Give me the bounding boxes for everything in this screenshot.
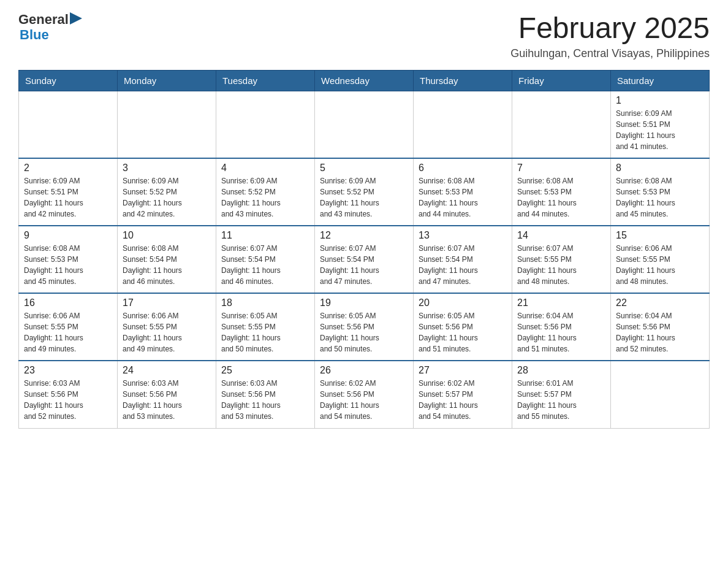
- day-info: Sunrise: 6:03 AMSunset: 5:56 PMDaylight:…: [123, 378, 211, 422]
- day-number: 20: [419, 297, 507, 308]
- table-row: 21Sunrise: 6:04 AMSunset: 5:56 PMDayligh…: [512, 293, 611, 361]
- day-number: 26: [320, 365, 408, 376]
- table-row: 10Sunrise: 6:08 AMSunset: 5:54 PMDayligh…: [118, 226, 216, 293]
- location-subtitle: Guihulngan, Central Visayas, Philippines: [510, 47, 710, 60]
- day-info: Sunrise: 6:08 AMSunset: 5:53 PMDaylight:…: [517, 175, 605, 220]
- day-info: Sunrise: 6:08 AMSunset: 5:53 PMDaylight:…: [616, 175, 704, 220]
- day-number: 19: [320, 297, 408, 308]
- day-number: 15: [616, 230, 704, 241]
- day-number: 21: [517, 297, 605, 308]
- table-row: 4Sunrise: 6:09 AMSunset: 5:52 PMDaylight…: [216, 158, 315, 226]
- table-row: 15Sunrise: 6:06 AMSunset: 5:55 PMDayligh…: [611, 226, 710, 293]
- table-row: 12Sunrise: 6:07 AMSunset: 5:54 PMDayligh…: [315, 226, 414, 293]
- day-info: Sunrise: 6:06 AMSunset: 5:55 PMDaylight:…: [123, 310, 211, 354]
- logo-blue-text: Blue: [20, 27, 82, 43]
- day-number: 28: [517, 365, 605, 376]
- logo-general-text: General: [18, 12, 69, 27]
- table-row: 25Sunrise: 6:03 AMSunset: 5:56 PMDayligh…: [216, 361, 315, 428]
- day-info: Sunrise: 6:05 AMSunset: 5:56 PMDaylight:…: [320, 310, 408, 354]
- day-info: Sunrise: 6:09 AMSunset: 5:51 PMDaylight:…: [616, 108, 704, 152]
- table-row: 7Sunrise: 6:08 AMSunset: 5:53 PMDaylight…: [512, 158, 611, 226]
- day-info: Sunrise: 6:07 AMSunset: 5:54 PMDaylight:…: [419, 243, 507, 287]
- table-row: [19, 91, 118, 158]
- day-info: Sunrise: 6:09 AMSunset: 5:52 PMDaylight:…: [123, 175, 211, 220]
- logo-arrow-icon: [70, 12, 82, 25]
- svg-marker-0: [70, 12, 82, 25]
- table-row: 1Sunrise: 6:09 AMSunset: 5:51 PMDaylight…: [611, 91, 710, 158]
- calendar-table: Sunday Monday Tuesday Wednesday Thursday…: [18, 70, 710, 429]
- table-row: [216, 91, 315, 158]
- day-number: 5: [320, 163, 408, 174]
- table-row: [315, 91, 414, 158]
- calendar-week-row: 9Sunrise: 6:08 AMSunset: 5:53 PMDaylight…: [19, 226, 710, 293]
- header-friday: Friday: [512, 70, 611, 91]
- table-row: 8Sunrise: 6:08 AMSunset: 5:53 PMDaylight…: [611, 158, 710, 226]
- day-info: Sunrise: 6:05 AMSunset: 5:55 PMDaylight:…: [221, 310, 309, 354]
- day-number: 16: [24, 297, 112, 308]
- table-row: 27Sunrise: 6:02 AMSunset: 5:57 PMDayligh…: [414, 361, 512, 428]
- day-number: 8: [616, 163, 704, 174]
- day-number: 14: [517, 230, 605, 241]
- day-info: Sunrise: 6:04 AMSunset: 5:56 PMDaylight:…: [517, 310, 605, 354]
- day-number: 4: [221, 163, 309, 174]
- day-number: 2: [24, 163, 112, 174]
- table-row: [512, 91, 611, 158]
- header-wednesday: Wednesday: [315, 70, 414, 91]
- calendar-week-row: 1Sunrise: 6:09 AMSunset: 5:51 PMDaylight…: [19, 91, 710, 158]
- day-info: Sunrise: 6:07 AMSunset: 5:55 PMDaylight:…: [517, 243, 605, 287]
- day-number: 27: [419, 365, 507, 376]
- day-number: 3: [123, 163, 211, 174]
- header-monday: Monday: [118, 70, 216, 91]
- day-info: Sunrise: 6:06 AMSunset: 5:55 PMDaylight:…: [616, 243, 704, 287]
- title-section: February 2025 Guihulngan, Central Visaya…: [510, 12, 710, 60]
- day-info: Sunrise: 6:07 AMSunset: 5:54 PMDaylight:…: [221, 243, 309, 287]
- calendar-week-row: 23Sunrise: 6:03 AMSunset: 5:56 PMDayligh…: [19, 361, 710, 428]
- day-info: Sunrise: 6:08 AMSunset: 5:54 PMDaylight:…: [123, 243, 211, 287]
- day-info: Sunrise: 6:09 AMSunset: 5:51 PMDaylight:…: [24, 175, 112, 220]
- table-row: [414, 91, 512, 158]
- table-row: 26Sunrise: 6:02 AMSunset: 5:56 PMDayligh…: [315, 361, 414, 428]
- table-row: [118, 91, 216, 158]
- calendar-week-row: 2Sunrise: 6:09 AMSunset: 5:51 PMDaylight…: [19, 158, 710, 226]
- day-info: Sunrise: 6:03 AMSunset: 5:56 PMDaylight:…: [221, 378, 309, 422]
- day-number: 10: [123, 230, 211, 241]
- table-row: 6Sunrise: 6:08 AMSunset: 5:53 PMDaylight…: [414, 158, 512, 226]
- table-row: 3Sunrise: 6:09 AMSunset: 5:52 PMDaylight…: [118, 158, 216, 226]
- day-info: Sunrise: 6:02 AMSunset: 5:57 PMDaylight:…: [419, 378, 507, 422]
- table-row: 28Sunrise: 6:01 AMSunset: 5:57 PMDayligh…: [512, 361, 611, 428]
- calendar-week-row: 16Sunrise: 6:06 AMSunset: 5:55 PMDayligh…: [19, 293, 710, 361]
- logo: General Blue: [18, 12, 82, 43]
- day-number: 11: [221, 230, 309, 241]
- day-number: 23: [24, 365, 112, 376]
- month-year-title: February 2025: [510, 12, 710, 45]
- table-row: 18Sunrise: 6:05 AMSunset: 5:55 PMDayligh…: [216, 293, 315, 361]
- day-number: 1: [616, 95, 704, 106]
- day-number: 12: [320, 230, 408, 241]
- day-number: 22: [616, 297, 704, 308]
- day-info: Sunrise: 6:06 AMSunset: 5:55 PMDaylight:…: [24, 310, 112, 354]
- table-row: 2Sunrise: 6:09 AMSunset: 5:51 PMDaylight…: [19, 158, 118, 226]
- table-row: 24Sunrise: 6:03 AMSunset: 5:56 PMDayligh…: [118, 361, 216, 428]
- day-info: Sunrise: 6:05 AMSunset: 5:56 PMDaylight:…: [419, 310, 507, 354]
- day-number: 7: [517, 163, 605, 174]
- table-row: 9Sunrise: 6:08 AMSunset: 5:53 PMDaylight…: [19, 226, 118, 293]
- day-info: Sunrise: 6:04 AMSunset: 5:56 PMDaylight:…: [616, 310, 704, 354]
- header-sunday: Sunday: [19, 70, 118, 91]
- day-info: Sunrise: 6:01 AMSunset: 5:57 PMDaylight:…: [517, 378, 605, 422]
- day-info: Sunrise: 6:02 AMSunset: 5:56 PMDaylight:…: [320, 378, 408, 422]
- day-number: 18: [221, 297, 309, 308]
- day-info: Sunrise: 6:09 AMSunset: 5:52 PMDaylight:…: [221, 175, 309, 220]
- day-info: Sunrise: 6:03 AMSunset: 5:56 PMDaylight:…: [24, 378, 112, 422]
- day-number: 9: [24, 230, 112, 241]
- table-row: 14Sunrise: 6:07 AMSunset: 5:55 PMDayligh…: [512, 226, 611, 293]
- table-row: 22Sunrise: 6:04 AMSunset: 5:56 PMDayligh…: [611, 293, 710, 361]
- day-number: 13: [419, 230, 507, 241]
- table-row: 11Sunrise: 6:07 AMSunset: 5:54 PMDayligh…: [216, 226, 315, 293]
- header-tuesday: Tuesday: [216, 70, 315, 91]
- table-row: 17Sunrise: 6:06 AMSunset: 5:55 PMDayligh…: [118, 293, 216, 361]
- table-row: [611, 361, 710, 428]
- header-saturday: Saturday: [611, 70, 710, 91]
- day-number: 24: [123, 365, 211, 376]
- table-row: 16Sunrise: 6:06 AMSunset: 5:55 PMDayligh…: [19, 293, 118, 361]
- day-number: 25: [221, 365, 309, 376]
